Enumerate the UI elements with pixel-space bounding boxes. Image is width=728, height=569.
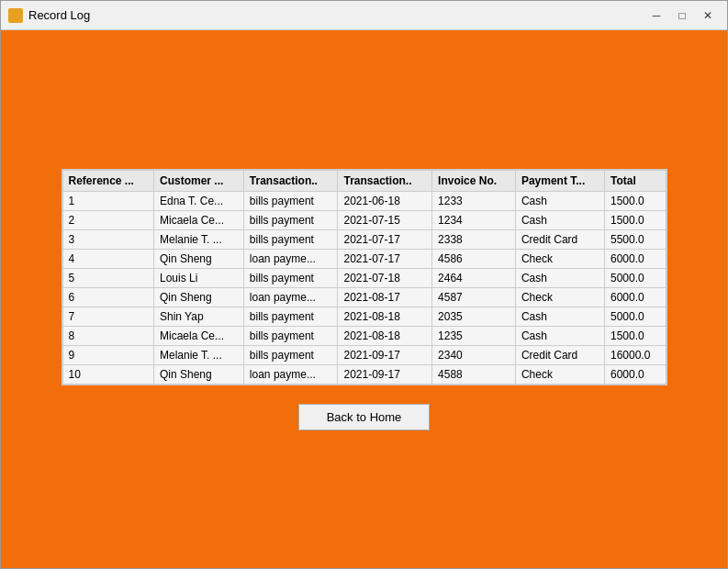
table-cell: 9 [62, 345, 153, 364]
table-cell: Melanie T. ... [153, 345, 243, 364]
table-cell: Check [515, 287, 604, 307]
table-cell: Qin Sheng [153, 249, 243, 268]
table-cell: Credit Card [515, 345, 604, 364]
table-header-cell: Transaction.. [338, 170, 432, 191]
table-cell: 5 [62, 268, 153, 287]
app-icon [8, 8, 23, 23]
table-cell: 1 [62, 191, 153, 210]
table-header-cell: Total [604, 170, 666, 191]
table-cell: 4587 [432, 287, 516, 307]
table-cell: Edna T. Ce... [153, 191, 243, 210]
table-cell: 7 [62, 307, 153, 326]
table-row: 8Micaela Ce...bills payment2021-08-18123… [62, 326, 666, 345]
table-cell: 1500.0 [604, 326, 666, 345]
window-body: Reference ...Customer ...Transaction..Tr… [1, 30, 727, 568]
table-container: Reference ...Customer ...Transaction..Tr… [62, 169, 667, 385]
window-controls: ─ □ ✕ [644, 6, 720, 26]
table-cell: 2021-09-17 [338, 364, 432, 384]
table-header-cell: Customer ... [153, 170, 243, 191]
table-cell: 2021-08-18 [338, 326, 432, 345]
table-cell: 2021-07-18 [338, 268, 432, 287]
table-cell: 2338 [432, 229, 516, 249]
table-cell: Check [515, 249, 604, 268]
table-row: 9Melanie T. ...bills payment2021-09-1723… [62, 345, 666, 364]
table-cell: 2021-06-18 [338, 191, 432, 210]
table-cell: 2464 [432, 268, 516, 287]
table-cell: loan payme... [243, 287, 338, 307]
table-header-row: Reference ...Customer ...Transaction..Tr… [62, 170, 666, 191]
table-cell: 2021-08-18 [338, 307, 432, 326]
table-cell: Cash [515, 326, 604, 345]
table-header-cell: Transaction.. [243, 170, 338, 191]
table-cell: 16000.0 [604, 345, 666, 364]
table-header-cell: Invoice No. [432, 170, 516, 191]
table-cell: bills payment [243, 326, 338, 345]
table-cell: Cash [515, 307, 604, 326]
table-cell: 6000.0 [604, 287, 666, 307]
maximize-button[interactable]: □ [670, 6, 694, 26]
table-cell: 2021-07-17 [338, 229, 432, 249]
table-cell: 5500.0 [604, 229, 666, 249]
record-table: Reference ...Customer ...Transaction..Tr… [62, 170, 666, 385]
table-cell: 2021-07-17 [338, 249, 432, 268]
table-cell: 2021-07-15 [338, 210, 432, 229]
table-cell: bills payment [243, 191, 338, 210]
table-row: 2Micaela Ce...bills payment2021-07-15123… [62, 210, 666, 229]
table-cell: 1500.0 [604, 191, 666, 210]
table-cell: bills payment [243, 210, 338, 229]
table-cell: bills payment [243, 307, 338, 326]
table-cell: 2340 [432, 345, 516, 364]
table-cell: 1500.0 [604, 210, 666, 229]
table-cell: Melanie T. ... [153, 229, 243, 249]
table-cell: 5000.0 [604, 268, 666, 287]
window-title: Record Log [28, 8, 644, 22]
table-cell: 6000.0 [604, 364, 666, 384]
table-cell: 4586 [432, 249, 516, 268]
table-cell: 1234 [432, 210, 516, 229]
table-cell: 6000.0 [604, 249, 666, 268]
table-row: 4Qin Shengloan payme...2021-07-174586Che… [62, 249, 666, 268]
table-cell: 2 [62, 210, 153, 229]
table-cell: Qin Sheng [153, 364, 243, 384]
table-row: 1Edna T. Ce...bills payment2021-06-18123… [62, 191, 666, 210]
table-cell: loan payme... [243, 364, 338, 384]
table-cell: bills payment [243, 229, 338, 249]
table-row: 10Qin Shengloan payme...2021-09-174588Ch… [62, 364, 666, 384]
table-cell: Cash [515, 191, 604, 210]
table-cell: bills payment [243, 268, 338, 287]
table-cell: 2021-09-17 [338, 345, 432, 364]
table-header-cell: Reference ... [62, 170, 153, 191]
table-cell: Micaela Ce... [153, 210, 243, 229]
table-cell: Cash [515, 268, 604, 287]
table-cell: 8 [62, 326, 153, 345]
table-cell: Qin Sheng [153, 287, 243, 307]
table-cell: Micaela Ce... [153, 326, 243, 345]
table-cell: Cash [515, 210, 604, 229]
content-area: Reference ...Customer ...Transaction..Tr… [19, 169, 709, 430]
table-cell: 5000.0 [604, 307, 666, 326]
table-cell: 3 [62, 229, 153, 249]
table-cell: 6 [62, 287, 153, 307]
table-cell: 2035 [432, 307, 516, 326]
table-row: 6Qin Shengloan payme...2021-08-174587Che… [62, 287, 666, 307]
table-row: 7Shin Yapbills payment2021-08-182035Cash… [62, 307, 666, 326]
table-cell: 1233 [432, 191, 516, 210]
table-cell: 2021-08-17 [338, 287, 432, 307]
table-cell: Louis Li [153, 268, 243, 287]
table-row: 3Melanie T. ...bills payment2021-07-1723… [62, 229, 666, 249]
table-row: 5Louis Libills payment2021-07-182464Cash… [62, 268, 666, 287]
table-cell: 10 [62, 364, 153, 384]
table-cell: Credit Card [515, 229, 604, 249]
table-cell: 1235 [432, 326, 516, 345]
minimize-button[interactable]: ─ [644, 6, 668, 26]
table-cell: Check [515, 364, 604, 384]
table-cell: bills payment [243, 345, 338, 364]
back-to-home-button[interactable]: Back to Home [298, 404, 431, 430]
close-button[interactable]: ✕ [696, 6, 720, 26]
table-cell: loan payme... [243, 249, 338, 268]
table-header-cell: Payment T... [515, 170, 604, 191]
title-bar: Record Log ─ □ ✕ [1, 1, 727, 30]
table-cell: 4588 [432, 364, 516, 384]
table-cell: Shin Yap [153, 307, 243, 326]
main-window: Record Log ─ □ ✕ Reference ...Customer .… [0, 0, 728, 569]
